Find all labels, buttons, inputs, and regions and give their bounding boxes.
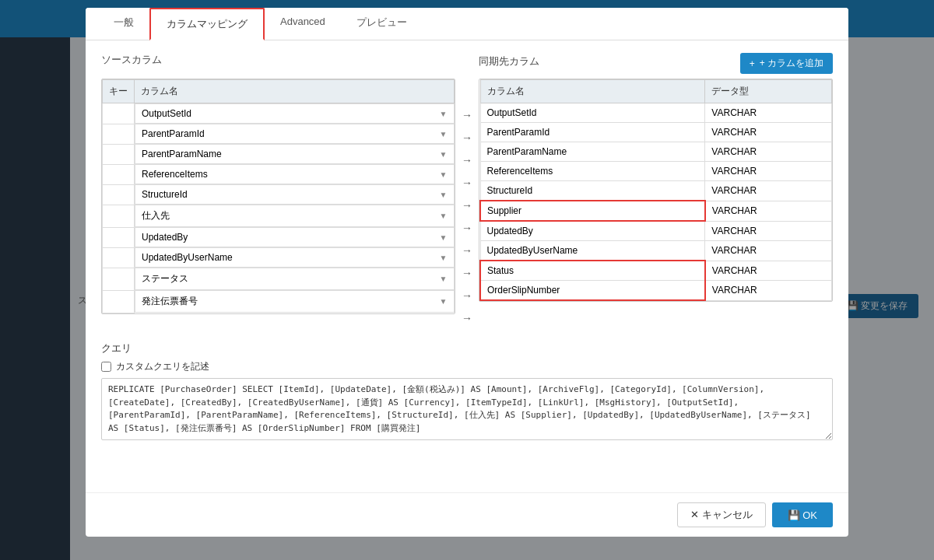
- arrow: →: [455, 284, 479, 306]
- arrow: →: [455, 306, 479, 329]
- dest-row: OutputSetIdVARCHAR: [480, 103, 832, 123]
- source-section: キー カラム名 OutputSetId▼ParentParamId▼Parent…: [101, 79, 455, 329]
- source-row: 発注伝票番号▼: [103, 290, 455, 313]
- dest-name-cell[interactable]: Supplier: [480, 201, 705, 221]
- dest-row: OrderSlipNumberVARCHAR: [480, 281, 832, 301]
- dest-table: カラム名 データ型 OutputSetIdVARCHARParentParamI…: [479, 79, 832, 301]
- cancel-button[interactable]: ✕ キャンセル: [677, 502, 766, 527]
- dest-type-cell: VARCHAR: [705, 281, 832, 301]
- source-table: キー カラム名 OutputSetId▼ParentParamId▼Parent…: [102, 79, 455, 313]
- tab-advanced[interactable]: Advanced: [265, 8, 341, 40]
- source-name-cell[interactable]: ステータス▼: [135, 268, 455, 290]
- dest-type-cell: VARCHAR: [705, 103, 832, 123]
- key-cell: [103, 247, 135, 268]
- query-checkbox-row: カスタムクエリを記述: [101, 360, 833, 373]
- dest-name-cell[interactable]: ParentParamName: [480, 142, 705, 162]
- modal-footer: ✕ キャンセル 💾 OK: [86, 492, 848, 537]
- source-name-cell[interactable]: StructureId▼: [135, 184, 455, 205]
- query-title: クエリ: [101, 341, 833, 355]
- source-row: OutputSetId▼: [103, 103, 455, 124]
- dest-name-cell[interactable]: ReferenceItems: [480, 162, 705, 181]
- source-name-cell[interactable]: UpdatedBy▼: [135, 227, 455, 247]
- modal-overlay: 一般 カラムマッピング Advanced プレビュー ソースカラム 同期先カラム…: [0, 0, 934, 560]
- source-row: UpdatedBy▼: [103, 227, 455, 247]
- dest-row: StructureIdVARCHAR: [480, 181, 832, 201]
- dest-section: カラム名 データ型 OutputSetIdVARCHARParentParamI…: [479, 79, 833, 329]
- dest-row: SupplierVARCHAR: [480, 201, 832, 221]
- source-row: UpdatedByUserName▼: [103, 247, 455, 268]
- dest-row: ParentParamNameVARCHAR: [480, 142, 832, 162]
- source-row: ステータス▼: [103, 268, 455, 290]
- modal-body: ソースカラム 同期先カラム + + カラムを追加: [86, 40, 848, 492]
- dest-section-label: 同期先カラム: [479, 54, 539, 68]
- dest-name-cell[interactable]: StructureId: [480, 181, 705, 201]
- dest-name-cell[interactable]: UpdatedByUserName: [480, 241, 705, 261]
- dest-row: UpdatedByUserNameVARCHAR: [480, 241, 832, 261]
- key-cell: [103, 184, 135, 205]
- dest-name-cell[interactable]: OutputSetId: [480, 103, 705, 123]
- dest-type-cell: VARCHAR: [705, 241, 832, 261]
- tab-preview[interactable]: プレビュー: [341, 8, 423, 40]
- modal-dialog: 一般 カラムマッピング Advanced プレビュー ソースカラム 同期先カラム…: [86, 8, 848, 537]
- source-name-cell[interactable]: 発注伝票番号▼: [135, 290, 455, 313]
- dest-column-header: カラム名: [480, 80, 705, 103]
- source-section-label: ソースカラム: [101, 54, 162, 65]
- dest-name-cell[interactable]: OrderSlipNumber: [480, 281, 705, 301]
- dest-name-cell[interactable]: UpdatedBy: [480, 221, 705, 241]
- arrow: →: [455, 194, 479, 216]
- arrow: →: [455, 216, 479, 239]
- key-cell: [103, 290, 135, 313]
- dest-type-cell: VARCHAR: [705, 261, 832, 281]
- key-cell: [103, 268, 135, 290]
- dest-datatype-header: データ型: [705, 80, 832, 103]
- source-table-wrap[interactable]: キー カラム名 OutputSetId▼ParentParamId▼Parent…: [101, 79, 455, 314]
- key-cell: [103, 205, 135, 227]
- source-name-cell[interactable]: ReferenceItems▼: [135, 164, 455, 184]
- source-row: ReferenceItems▼: [103, 164, 455, 184]
- arrow: →: [455, 126, 479, 149]
- dest-type-cell: VARCHAR: [705, 181, 832, 201]
- tab-column-mapping[interactable]: カラムマッピング: [149, 8, 265, 40]
- arrow: →: [455, 103, 479, 126]
- dest-row: UpdatedByVARCHAR: [480, 221, 832, 241]
- arrow: →: [455, 149, 479, 171]
- custom-query-label: カスタムクエリを記述: [116, 360, 209, 373]
- source-row: ParentParamName▼: [103, 144, 455, 164]
- arrow-area: →→→→→→→→→→: [455, 79, 479, 329]
- key-cell: [103, 164, 135, 184]
- source-row: StructureId▼: [103, 184, 455, 205]
- source-name-cell[interactable]: ParentParamId▼: [135, 124, 455, 144]
- source-column-header: カラム名: [135, 80, 455, 103]
- ok-button[interactable]: 💾 OK: [772, 502, 833, 527]
- dest-row: ParentParamIdVARCHAR: [480, 123, 832, 142]
- source-name-cell[interactable]: 仕入先▼: [135, 205, 455, 227]
- key-cell: [103, 227, 135, 247]
- custom-query-checkbox[interactable]: [101, 362, 111, 372]
- dest-type-cell: VARCHAR: [705, 123, 832, 142]
- add-column-button[interactable]: + + カラムを追加: [740, 53, 833, 74]
- key-cell: [103, 124, 135, 144]
- dest-type-cell: VARCHAR: [705, 221, 832, 241]
- dest-row: StatusVARCHAR: [480, 261, 832, 281]
- dest-name-cell[interactable]: ParentParamId: [480, 123, 705, 142]
- dest-type-cell: VARCHAR: [705, 162, 832, 181]
- dest-type-cell: VARCHAR: [705, 142, 832, 162]
- dest-name-cell[interactable]: Status: [480, 261, 705, 281]
- source-name-cell[interactable]: ParentParamName▼: [135, 144, 455, 164]
- key-cell: [103, 103, 135, 124]
- source-key-header: キー: [103, 80, 135, 103]
- query-textarea[interactable]: REPLICATE [PurchaseOrder] SELECT [ItemId…: [101, 378, 833, 440]
- mapping-container: キー カラム名 OutputSetId▼ParentParamId▼Parent…: [101, 79, 833, 329]
- source-name-cell[interactable]: OutputSetId▼: [135, 103, 455, 124]
- plus-icon: +: [750, 58, 755, 69]
- source-row: ParentParamId▼: [103, 124, 455, 144]
- key-cell: [103, 144, 135, 164]
- arrow: →: [455, 261, 479, 284]
- tab-general[interactable]: 一般: [98, 8, 149, 40]
- source-name-cell[interactable]: UpdatedByUserName▼: [135, 247, 455, 268]
- tab-bar: 一般 カラムマッピング Advanced プレビュー: [86, 8, 848, 40]
- dest-table-wrap[interactable]: カラム名 データ型 OutputSetIdVARCHARParentParamI…: [479, 79, 833, 302]
- source-row: 仕入先▼: [103, 205, 455, 227]
- dest-row: ReferenceItemsVARCHAR: [480, 162, 832, 181]
- dest-type-cell: VARCHAR: [705, 201, 832, 221]
